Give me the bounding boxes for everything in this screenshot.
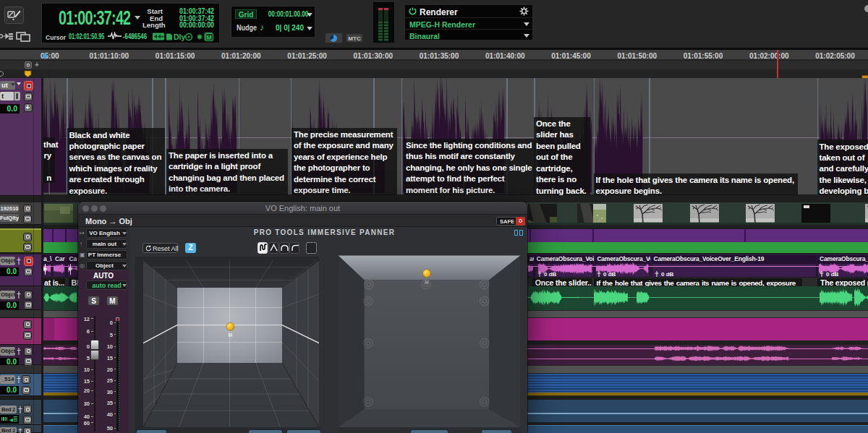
svg-text:M: M xyxy=(228,333,232,338)
svg-text:M: M xyxy=(425,280,428,285)
